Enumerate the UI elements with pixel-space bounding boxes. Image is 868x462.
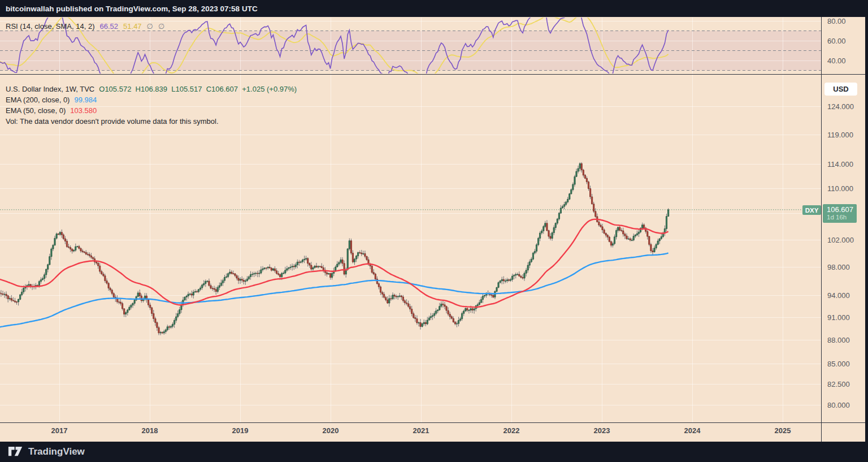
pane-background xyxy=(0,17,865,442)
price-tick-label: 119.000 xyxy=(827,131,853,139)
year-tick-label: 2024 xyxy=(684,426,701,435)
rsi-tick-label: 40.00 xyxy=(827,57,846,65)
year-tick-label: 2022 xyxy=(504,426,520,435)
rsi-tick-label: 80.00 xyxy=(827,17,846,25)
rsi-legend-label: RSI (14, close, SMA, 14, 2) xyxy=(6,22,95,31)
rsi-legend: RSI (14, close, SMA, 14, 2) 66.52 51.47 … xyxy=(6,22,164,31)
price-tick-label: 124.000 xyxy=(827,102,854,111)
year-tick-label: 2021 xyxy=(413,426,429,435)
ema200-label: EMA (200, close, 0) xyxy=(6,94,70,105)
source-hidden-icon: ∅ xyxy=(158,22,164,31)
price-tick-label: 102.000 xyxy=(827,236,854,244)
price-tick-label: 80.000 xyxy=(827,401,850,409)
ema50-value: 103.580 xyxy=(70,105,97,116)
symbol-title: U.S. Dollar Index, 1W, TVC xyxy=(6,84,94,94)
chart-canvas[interactable]: 124.000119.000114.000110.000102.00098.00… xyxy=(0,0,868,462)
price-tick-label: 110.000 xyxy=(827,184,853,193)
rsi-value: 66.52 xyxy=(100,22,119,31)
ema50-label: EMA (50, close, 0) xyxy=(6,105,66,116)
currency-toggle-button[interactable]: USD xyxy=(824,83,857,96)
price-tick-label: 98.000 xyxy=(827,263,850,271)
price-tick-label: 114.000 xyxy=(827,160,853,169)
price-tick-label: 82.500 xyxy=(827,380,850,388)
symbol-legend: U.S. Dollar Index, 1W, TVC O105.572 H106… xyxy=(6,84,297,127)
bar-countdown: 1d 16h xyxy=(827,214,857,221)
price-tick-label: 94.000 xyxy=(827,291,850,300)
year-tick-label: 2023 xyxy=(594,426,610,435)
rsi-tick-label: 60.00 xyxy=(827,37,846,45)
price-tick-label: 85.000 xyxy=(827,360,850,368)
rsi-sma-value: 51.47 xyxy=(123,22,142,31)
published-chart-screen: bitcoinwallah published on TradingView.c… xyxy=(0,0,868,462)
ohlc-values: O105.572 H106.839 L105.517 C106.607 +1.0… xyxy=(99,84,297,94)
year-tick-label: 2025 xyxy=(775,426,791,435)
year-tick-label: 2020 xyxy=(323,426,339,435)
current-price: 106.607 xyxy=(827,205,857,214)
volume-note: Vol: The data vendor doesn't provide vol… xyxy=(6,116,219,127)
price-tick-label: 91.000 xyxy=(827,313,850,322)
brand-bar: TradingView xyxy=(0,442,868,462)
year-tick-label: 2019 xyxy=(232,426,249,435)
year-tick-label: 2018 xyxy=(142,426,158,435)
brand-name: TradingView xyxy=(28,446,85,457)
ema200-value: 99.984 xyxy=(74,94,97,105)
source-hidden-icon: ∅ xyxy=(147,22,153,31)
current-price-badge: 106.607 1d 16h xyxy=(823,204,857,223)
tradingview-logo-icon xyxy=(8,446,23,458)
symbol-price-tag: DXY xyxy=(802,205,821,215)
year-tick-label: 2017 xyxy=(51,426,68,435)
price-tick-label: 88.000 xyxy=(827,336,850,344)
